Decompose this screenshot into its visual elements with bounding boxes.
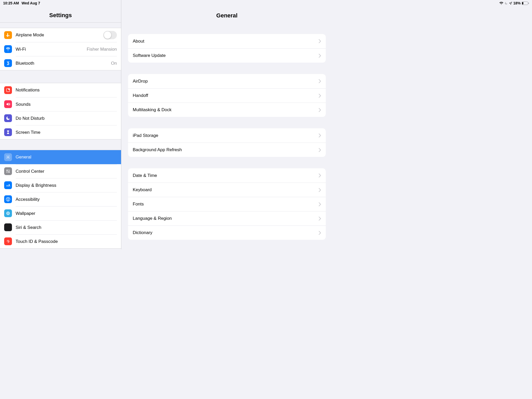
sidebar-item-value: Fisher Mansion (87, 47, 117, 52)
settings-sidebar: Settings Airplane ModeWi-FiFisher Mansio… (0, 0, 121, 249)
sidebar-item-label: Display & Brightness (16, 183, 117, 188)
detail-item-label: Fonts (133, 202, 319, 207)
chevron-right-icon (319, 54, 321, 58)
chevron-right-icon (319, 217, 321, 221)
chevron-right-icon (319, 174, 321, 177)
detail-item-dictionary[interactable]: Dictionary (128, 225, 326, 240)
detail-item-airdrop[interactable]: AirDrop (128, 74, 326, 88)
accessibility-icon (4, 195, 12, 203)
sidebar-item-label: Wi-Fi (16, 47, 87, 52)
sidebar-item-value: On (111, 61, 117, 66)
sidebar-item-label: Airplane Mode (16, 32, 103, 38)
sidebar-item-label: General (16, 155, 117, 160)
detail-item-label: Date & Time (133, 173, 319, 178)
sidebar-item-label: Screen Time (16, 130, 117, 135)
chevron-right-icon (319, 202, 321, 206)
sidebar-item-bluetooth[interactable]: BluetoothOn (0, 56, 121, 70)
moon-icon (4, 114, 12, 122)
detail-item-label: Software Update (133, 53, 319, 58)
chevron-right-icon (319, 39, 321, 43)
sidebar-item-sounds[interactable]: Sounds (0, 97, 121, 111)
sidebar-item-siri[interactable]: Siri & Search (0, 220, 121, 234)
status-bar: 10:25 AM Wed Aug 7 18% (0, 0, 332, 6)
chevron-right-icon (319, 188, 321, 192)
sidebar-item-wifi[interactable]: Wi-FiFisher Mansion (0, 42, 121, 56)
chevron-right-icon (319, 148, 321, 152)
sidebar-item-label: Touch ID & Passcode (16, 239, 117, 244)
chevron-right-icon (319, 134, 321, 137)
sidebar-item-label: Wallpaper (16, 211, 117, 216)
detail-item-label: Background App Refresh (133, 147, 319, 152)
chevron-right-icon (319, 108, 321, 112)
detail-item-label: Keyboard (133, 187, 319, 192)
detail-item-fonts[interactable]: Fonts (128, 197, 326, 211)
notifications-icon (4, 86, 12, 94)
detail-item-label: Dictionary (133, 230, 319, 235)
detail-item-bgrefresh[interactable]: Background App Refresh (128, 143, 326, 157)
status-date: Wed Aug 7 (22, 1, 40, 5)
detail-item-datetime[interactable]: Date & Time (128, 168, 326, 183)
airplane-icon (4, 31, 12, 39)
sidebar-item-dnd[interactable]: Do Not Disturb (0, 111, 121, 125)
wifi-icon (4, 45, 12, 53)
detail-item-label: About (133, 39, 319, 44)
sidebar-item-label: Sounds (16, 102, 117, 107)
sidebar-item-label: Accessibility (16, 197, 117, 202)
sidebar-item-label: Siri & Search (16, 225, 117, 230)
sidebar-item-label: Do Not Disturb (16, 116, 117, 121)
sidebar-item-general[interactable]: General (0, 150, 121, 164)
detail-item-label: Multitasking & Dock (133, 107, 319, 112)
detail-item-multitasking[interactable]: Multitasking & Dock (128, 103, 326, 117)
status-time: 10:25 AM (3, 1, 19, 5)
chevron-right-icon (319, 94, 321, 98)
sidebar-item-screentime[interactable]: Screen Time (0, 125, 121, 139)
siri-icon (4, 223, 12, 231)
sidebar-item-accessibility[interactable]: Accessibility (0, 192, 121, 206)
switches-icon (4, 167, 12, 175)
airplane-toggle[interactable] (103, 31, 117, 39)
detail-item-software[interactable]: Software Update (128, 48, 326, 63)
detail-pane: General AboutSoftware UpdateAirDropHando… (121, 0, 332, 249)
detail-item-handoff[interactable]: Handoff (128, 88, 326, 103)
chevron-right-icon (319, 231, 321, 235)
sidebar-item-label: Notifications (16, 88, 117, 93)
sidebar-item-notifications[interactable]: Notifications (0, 83, 121, 97)
detail-item-language[interactable]: Language & Region (128, 211, 326, 225)
sounds-icon (4, 100, 12, 108)
fingerprint-icon (4, 237, 12, 245)
sidebar-item-wallpaper[interactable]: Wallpaper (0, 206, 121, 220)
sidebar-item-airplane[interactable]: Airplane Mode (0, 28, 121, 42)
sidebar-item-controlcenter[interactable]: Control Center (0, 164, 121, 178)
detail-item-label: iPad Storage (133, 133, 319, 138)
gear-icon (4, 153, 12, 161)
sidebar-item-label: Control Center (16, 169, 117, 174)
sidebar-item-touchid[interactable]: Touch ID & Passcode (0, 234, 121, 248)
detail-item-label: AirDrop (133, 79, 319, 84)
sidebar-item-label: Bluetooth (16, 61, 111, 66)
bluetooth-icon (4, 59, 12, 67)
detail-item-label: Language & Region (133, 216, 319, 221)
chevron-right-icon (319, 79, 321, 83)
detail-scroll[interactable]: AboutSoftware UpdateAirDropHandoffMultit… (121, 23, 332, 249)
sidebar-item-display[interactable]: Display & Brightness (0, 178, 121, 192)
hourglass-icon (4, 128, 12, 136)
sidebar-scroll[interactable]: Airplane ModeWi-FiFisher MansionBluetoot… (0, 23, 121, 249)
detail-item-label: Handoff (133, 93, 319, 98)
detail-item-about[interactable]: About (128, 34, 326, 48)
detail-item-keyboard[interactable]: Keyboard (128, 183, 326, 197)
detail-item-storage[interactable]: iPad Storage (128, 128, 326, 143)
wallpaper-icon (4, 209, 12, 217)
textsize-icon (4, 181, 12, 189)
